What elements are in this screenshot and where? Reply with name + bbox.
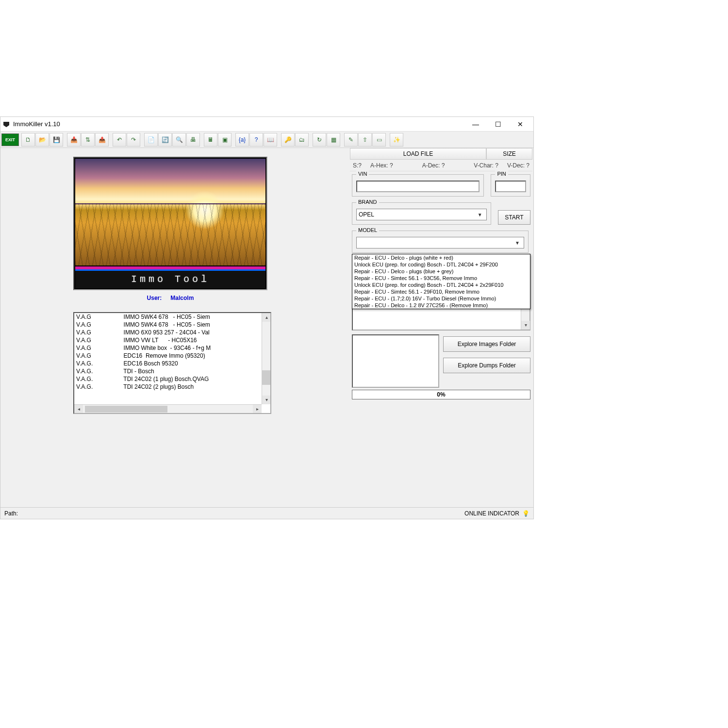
doc-a-button[interactable]: 📄 <box>144 133 158 147</box>
svg-marker-0 <box>3 122 9 127</box>
calculator-button[interactable]: 🖩 <box>204 133 217 147</box>
start-button[interactable]: START <box>498 210 530 225</box>
list-item[interactable]: V.A.G IMMO 5WK4 678 - HC05 - Siem <box>74 321 262 329</box>
app-window: ImmoKiller v1.10 — ☐ ✕ EXIT 🗋📂💾📥⇅📤↶↷📄🔄🔍🖶… <box>0 116 534 519</box>
book-button[interactable]: 📖 <box>264 133 277 147</box>
hero-frame: Immo Tool <box>73 157 267 290</box>
left-panel: Immo Tool User: Malcolm V.A.G IMMO 5WK4 … <box>73 157 267 414</box>
list-item[interactable]: V.A.G. TDI - Bosch <box>74 367 262 375</box>
scroll-left-icon[interactable]: ◂ <box>74 405 83 414</box>
scroll-down-icon[interactable]: ▾ <box>262 396 271 404</box>
list-vscrollbar[interactable]: ▴ ▾ <box>262 313 270 404</box>
bulb-icon: 💡 <box>522 510 529 517</box>
statusbar: Path: ONLINE INDICATOR 💡 <box>0 507 533 519</box>
pin-input[interactable] <box>495 181 526 192</box>
model-dropdown-list[interactable]: Repair - ECU - Delco - plugs (white + re… <box>352 254 530 309</box>
scroll-right-icon[interactable]: ▸ <box>253 405 262 414</box>
doc-refresh-button[interactable]: 🔄 <box>158 133 172 147</box>
model-option[interactable]: Repair - ECU - Delco - plugs (blue + gre… <box>352 268 530 275</box>
chip-button[interactable]: ▦ <box>327 133 340 147</box>
undo-button[interactable]: ↶ <box>113 133 126 147</box>
list-item[interactable]: V.A.G EDC16 Remove Immo (95320) <box>74 352 262 360</box>
braces-a-button[interactable]: {a} <box>235 133 249 147</box>
toolbar: EXIT 🗋📂💾📥⇅📤↶↷📄🔄🔍🖶🖩▣{a}?📖🔑🗂↻▦✎⇧▭✨ <box>0 132 533 148</box>
export-button[interactable]: 📤 <box>95 133 109 147</box>
select-button[interactable]: ▭ <box>372 133 386 147</box>
model-option[interactable]: Repair - ECU - (1.7;2.0) 16V - Turbo Die… <box>352 295 530 302</box>
list-hscrollbar[interactable]: ◂ ▸ <box>74 404 262 413</box>
window-button[interactable]: ▣ <box>218 133 232 147</box>
status-vchar: V-Char: ? <box>474 162 498 169</box>
maximize-button[interactable]: ☐ <box>487 117 509 131</box>
explore-images-button[interactable]: Explore Images Folder <box>443 336 530 352</box>
model-option[interactable]: Repair - ECU - Simtec 56.1 - 93C56, Remo… <box>352 275 530 281</box>
status-row: S:? A-Hex: ? A-Dec: ? V-Char: ? V-Dec: ? <box>350 160 532 171</box>
exit-button[interactable]: EXIT <box>1 133 19 146</box>
load-file-header[interactable]: LOAD FILE <box>350 148 486 160</box>
brand-value: OPEL <box>359 211 374 218</box>
key-button[interactable]: 🔑 <box>281 133 295 147</box>
save-button[interactable]: 💾 <box>50 133 63 147</box>
window-title: ImmoKiller v1.10 <box>13 120 464 128</box>
path-label: Path: <box>4 510 18 517</box>
status-vdec: V-Dec: ? <box>507 162 529 169</box>
vin-label: VIN <box>356 171 369 177</box>
list-item[interactable]: V.A.G IMMO 6X0 953 257 - 24C04 - Val <box>74 329 262 336</box>
vin-input[interactable] <box>356 181 480 192</box>
list-item[interactable]: V.A.G IMMO 5WK4 678 - HC05 - Siem <box>74 313 262 321</box>
lcd-banner: Immo Tool <box>75 271 265 288</box>
model-option[interactable]: Repair - ECU - Delco - 1.2 8V 27C256 - (… <box>352 302 530 309</box>
hero-image <box>75 159 265 265</box>
minimize-button[interactable]: — <box>464 117 487 131</box>
ecu-listbox[interactable]: V.A.G IMMO 5WK4 678 - HC05 - SiemV.A.G I… <box>73 312 271 414</box>
close-button[interactable]: ✕ <box>509 117 531 131</box>
print-button[interactable]: 🖶 <box>186 133 200 147</box>
brand-label: BRAND <box>356 199 379 205</box>
progress-bar: 0% <box>352 390 530 399</box>
user-row: User: Malcolm <box>73 290 267 305</box>
size-header: SIZE <box>486 148 532 160</box>
model-option[interactable]: Repair - ECU - Simtec 56.1 - 29F010, Rem… <box>352 288 530 295</box>
titlebar: ImmoKiller v1.10 — ☐ ✕ <box>0 117 533 132</box>
model-option[interactable]: Repair - ECU - Delco - plugs (white + re… <box>352 254 530 261</box>
list-item[interactable]: V.A.G IMMO White box - 93C46 - f+g M <box>74 344 262 352</box>
help-button[interactable]: ? <box>249 133 263 147</box>
model-combobox[interactable]: ▼ <box>356 237 524 248</box>
import-button[interactable]: 📥 <box>67 133 81 147</box>
status-s: S:? <box>353 162 362 169</box>
brand-combobox[interactable]: OPEL ▼ <box>356 209 487 220</box>
model-label: MODEL <box>356 227 379 233</box>
list-item[interactable]: V.A.G. EDC16 Bosch 95320 <box>74 360 262 367</box>
list-item[interactable]: V.A.G. TDI 24C02 (2 plugs) Bosch <box>74 383 262 391</box>
status-ahex: A-Hex: ? <box>370 162 393 169</box>
app-icon <box>2 120 10 128</box>
chevron-down-icon: ▼ <box>476 212 484 217</box>
list-item[interactable]: V.A.G. TDI 24C02 (1 plug) Bosch.QVAG <box>74 375 262 383</box>
new-file-button[interactable]: 🗋 <box>21 133 35 147</box>
list-item[interactable]: V.A.G IMMO VW LT - HC05X16 <box>74 336 262 344</box>
up-arrow-button[interactable]: ⇧ <box>358 133 372 147</box>
refresh-button[interactable]: ↻ <box>313 133 326 147</box>
online-indicator-label: ONLINE INDICATOR <box>464 510 519 517</box>
status-adec: A-Dec: ? <box>422 162 445 169</box>
find-button[interactable]: 🔍 <box>172 133 186 147</box>
preview-box <box>352 334 439 388</box>
model-option[interactable]: Unlock ECU (prep. for coding) Bosch - DT… <box>352 261 530 268</box>
new-doc-button[interactable]: ✎ <box>344 133 358 147</box>
pin-label: PIN <box>495 171 508 177</box>
stack-button[interactable]: 🗂 <box>295 133 309 147</box>
redo-button[interactable]: ↷ <box>127 133 140 147</box>
wand-button[interactable]: ✨ <box>390 133 403 147</box>
scroll-down-icon[interactable]: ▾ <box>521 321 530 330</box>
chevron-down-icon: ▼ <box>513 240 522 246</box>
scroll-up-icon[interactable]: ▴ <box>262 313 271 322</box>
user-name: Malcolm <box>170 295 194 301</box>
open-file-button[interactable]: 📂 <box>35 133 49 147</box>
user-label: User: <box>147 295 162 301</box>
explore-dumps-button[interactable]: Explore Dumps Folder <box>443 358 530 373</box>
model-option[interactable]: Unlock ECU (prep. for coding) Bosch - DT… <box>352 281 530 288</box>
swap-button[interactable]: ⇅ <box>81 133 95 147</box>
